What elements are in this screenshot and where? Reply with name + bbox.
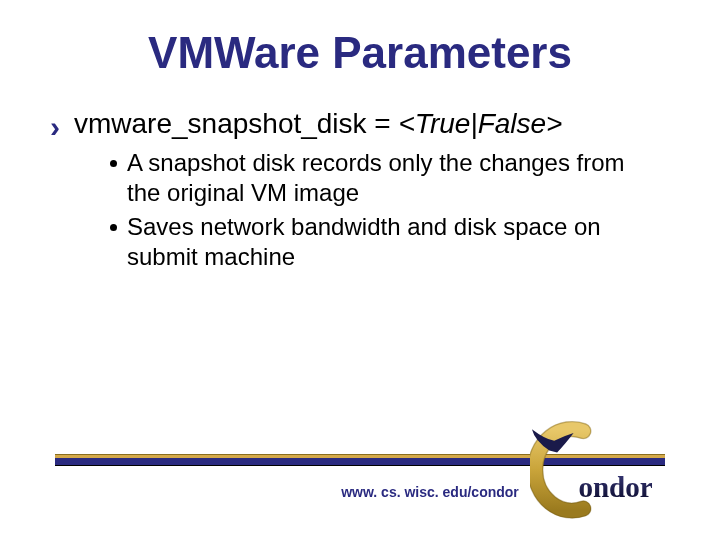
sub-bullet-text: Saves network bandwidth and disk space o…	[127, 212, 640, 272]
sub-bullet: Saves network bandwidth and disk space o…	[110, 212, 640, 272]
content-area: › vmware_snapshot_disk = <True|False> A …	[0, 78, 720, 272]
chevron-icon: ›	[50, 112, 60, 142]
bullet-value: <True|False>	[399, 108, 563, 139]
main-bullet: › vmware_snapshot_disk = <True|False>	[50, 108, 670, 142]
main-bullet-text: vmware_snapshot_disk = <True|False>	[74, 108, 562, 140]
bullet-prefix: vmware_snapshot_disk =	[74, 108, 399, 139]
condor-logo: ondor	[530, 410, 685, 520]
sub-bullet: A snapshot disk records only the changes…	[110, 148, 640, 208]
sub-bullet-text: A snapshot disk records only the changes…	[127, 148, 640, 208]
dot-icon	[110, 160, 117, 167]
sub-bullet-list: A snapshot disk records only the changes…	[50, 148, 670, 272]
logo-text-suffix: ondor	[578, 471, 652, 503]
slide-title: VMWare Parameters	[0, 0, 720, 78]
dot-icon	[110, 224, 117, 231]
